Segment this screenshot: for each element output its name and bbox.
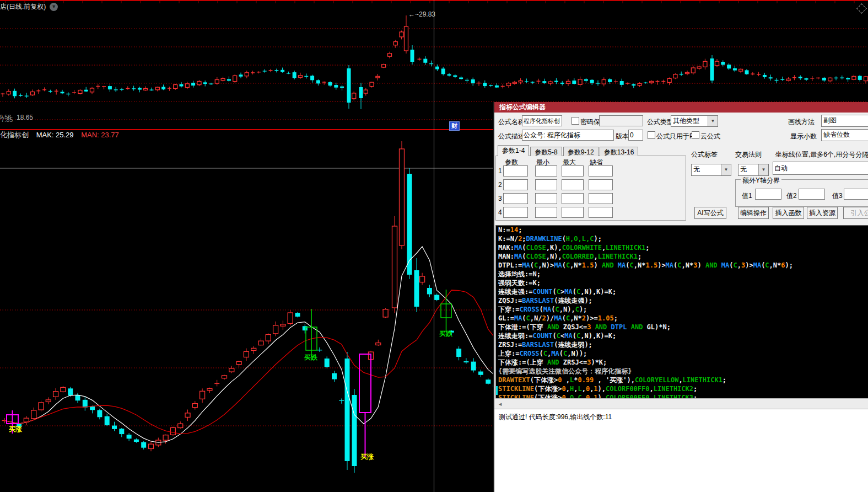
chart-title-label: 店(日线.前复权): [0, 2, 46, 12]
ai-formula-button[interactable]: AI写公式: [694, 207, 726, 219]
dropdown-arrow-icon[interactable]: ▼: [708, 116, 718, 126]
param-input[interactable]: [562, 165, 584, 177]
peak-arrow-icon: ←: [408, 10, 415, 18]
formula-desc-input[interactable]: [522, 130, 614, 141]
param-input[interactable]: [503, 193, 528, 204]
chevron-down-icon[interactable]: ▼: [50, 3, 58, 11]
scroll-left-icon[interactable]: ◂: [495, 399, 505, 409]
coord-position-label: 坐标线位置,最多6个,用分号分隔: [775, 150, 868, 159]
param-input[interactable]: [562, 207, 584, 218]
pc-only-checkbox[interactable]: [648, 131, 655, 139]
param-row-number: 4: [498, 208, 502, 216]
param-row-number: 1: [498, 167, 502, 175]
test-result-panel: 测试通过! 代码长度:996,输出线个数:11: [494, 409, 868, 492]
edit-actions-button[interactable]: 编辑操作: [738, 207, 769, 219]
dialog-title-bar[interactable]: 指标公式编辑器: [494, 102, 868, 113]
dropdown-arrow-icon[interactable]: ▼: [721, 164, 731, 175]
price-label-b: 7.85: [1, 116, 13, 123]
param-input[interactable]: [535, 207, 557, 218]
formula-type-label: 公式类型: [647, 117, 673, 127]
draw-method-select[interactable]: 副图: [821, 115, 868, 127]
param-input[interactable]: [589, 207, 613, 218]
insert-function-button[interactable]: 插入函数: [773, 207, 804, 219]
param-input[interactable]: [503, 179, 528, 190]
param-input[interactable]: [589, 165, 613, 177]
trade-rule-label: 交易法则: [735, 150, 762, 159]
formula-desc-label: 公式描述: [498, 132, 525, 141]
param-panel: 参数最小最大缺省1234: [495, 156, 686, 221]
value2-label: 值2: [786, 191, 797, 201]
decimals-label: 显示小数: [790, 132, 817, 141]
param-row-number: 3: [498, 195, 502, 202]
tab-params-4[interactable]: 参数13-16: [600, 147, 639, 156]
signal-label-buy: 买涨: [360, 452, 374, 462]
insert-resource-button[interactable]: 插入资源: [807, 207, 838, 219]
formula-name-input[interactable]: [522, 115, 562, 126]
param-input[interactable]: [535, 165, 557, 177]
tab-params-1[interactable]: 参数1-4: [498, 145, 529, 156]
peak-price-label: ←~29.83: [408, 10, 435, 18]
cloud-formula-label: 云公式: [700, 132, 720, 141]
decimals-select[interactable]: 缺省位数: [821, 129, 868, 141]
tab-params-2[interactable]: 参数5-8: [530, 147, 562, 156]
param-input[interactable]: [535, 193, 557, 204]
test-result-text: 测试通过! 代码长度:996,输出线个数:11: [499, 413, 612, 422]
password-checkbox[interactable]: [572, 117, 579, 125]
extra-y-label: 额外Y轴分界: [741, 176, 781, 185]
formula-editor-dialog: 指标公式编辑器 公式名称 密码保护 公式类型 其他类型 ▼ 画线方法 副图 公式…: [493, 102, 868, 492]
chart-title[interactable]: 店(日线.前复权) ▼: [0, 2, 58, 12]
param-input[interactable]: [562, 193, 584, 204]
param-input[interactable]: [503, 165, 528, 177]
value3-label: 值3: [832, 191, 843, 201]
value3-input[interactable]: [844, 189, 868, 200]
param-tabs: 参数1-4参数5-8参数9-12参数13-16: [498, 146, 639, 156]
draw-method-label: 画线方法: [788, 117, 815, 127]
param-input[interactable]: [589, 179, 613, 190]
signal-label-buy: 买涨: [9, 425, 22, 434]
price-level-label: 18.65: [17, 114, 33, 121]
horizontal-scrollbar[interactable]: ◂: [495, 398, 868, 409]
code-lines: N:=14;K:=N/2;DRAWKLINE(H,O,L,C);MAK:MA(C…: [496, 226, 868, 398]
indicator-name[interactable]: 化指标创: [0, 131, 29, 139]
coord-position-input[interactable]: [773, 162, 868, 175]
param-input[interactable]: [535, 179, 557, 190]
text-cursor: [496, 386, 498, 395]
import-formula-button[interactable]: 引入公式: [843, 207, 868, 219]
formula-name-label: 公式名称: [498, 117, 525, 127]
param-input[interactable]: [503, 207, 528, 218]
value2-input[interactable]: [799, 189, 825, 200]
indicator-mak-value: MAK: 25.29: [36, 131, 74, 139]
param-input[interactable]: [589, 193, 613, 204]
password-input[interactable]: [599, 115, 643, 126]
news-marker-badge[interactable]: 财: [449, 121, 460, 131]
trade-rule-select[interactable]: 无 ▼: [738, 164, 769, 176]
indicator-man-value: MAN: 23.77: [81, 131, 119, 139]
signal-label-sell: 买跌: [439, 329, 452, 339]
formula-type-select[interactable]: 其他类型 ▼: [671, 115, 718, 127]
cloud-formula-checkbox[interactable]: [692, 131, 699, 139]
version-label: 版本: [616, 132, 629, 141]
value1-input[interactable]: [755, 189, 781, 200]
code-editor[interactable]: N:=14;K:=N/2;DRAWKLINE(H,O,L,C);MAK:MA(C…: [495, 225, 868, 398]
version-input[interactable]: [628, 130, 643, 141]
indicator-header: 化指标创 MAK: 25.29 MAN: 23.77: [0, 130, 119, 140]
param-input[interactable]: [562, 179, 584, 190]
param-row-number: 2: [498, 181, 502, 189]
tab-params-3[interactable]: 参数9-12: [563, 147, 599, 156]
formula-tag-select[interactable]: 无 ▼: [691, 164, 731, 176]
dropdown-arrow-icon[interactable]: ▼: [758, 164, 768, 175]
formula-tag-label: 公式标签: [691, 150, 718, 159]
signal-label-sell: 买跌: [304, 353, 317, 362]
value1-label: 值1: [742, 191, 752, 201]
app-window: 店(日线.前复权) ▼ ←~29.83 9.56 7.85 18.65 财 化指…: [0, 0, 868, 492]
